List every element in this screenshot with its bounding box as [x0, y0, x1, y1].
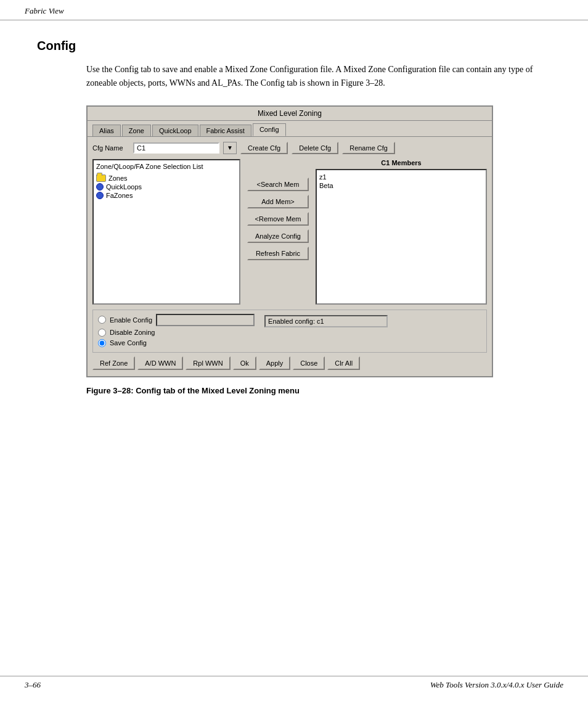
dialog-title: Mixed Level Zoning — [88, 107, 492, 121]
footer-left: 3–66 — [25, 680, 41, 690]
ref-zone-button[interactable]: Ref Zone — [92, 356, 135, 370]
cfg-name-label: Cfg Name — [92, 144, 129, 152]
tabs-row: Alias Zone QuickLoop Fabric Assist Confi… — [88, 121, 492, 136]
middle-panel: <Search Mem Add Mem> <Remove Mem Analyze… — [244, 159, 312, 305]
enable-config-radio[interactable] — [98, 316, 106, 324]
disable-zoning-radio[interactable] — [98, 329, 106, 337]
footer-right: Web Tools Version 3.0.x/4.0.x User Guide — [430, 680, 563, 690]
zones-label: Zones — [108, 174, 128, 182]
members-list[interactable]: z1 Beta — [316, 169, 487, 305]
cfg-name-row: Cfg Name ▼ Create Cfg Delete Cfg Rename … — [92, 142, 487, 154]
remove-mem-button[interactable]: <Remove Mem — [247, 212, 309, 226]
create-cfg-button[interactable]: Create Cfg — [240, 142, 288, 154]
tab-alias[interactable]: Alias — [92, 125, 121, 136]
tree-item-zones[interactable]: Zones — [96, 174, 237, 183]
quickloops-label: QuickLoops — [106, 183, 142, 191]
save-config-row: Save Config — [98, 339, 255, 347]
add-mem-button[interactable]: Add Mem> — [247, 195, 309, 208]
quickloops-circle-icon — [96, 183, 104, 191]
left-panel: Zone/QLoop/FA Zone Selection List Zones … — [92, 159, 240, 305]
main-content: Config Use the Config tab to save and en… — [0, 20, 588, 420]
page-header: Fabric View — [0, 0, 588, 20]
save-config-label: Save Config — [110, 339, 147, 347]
folder-icon — [96, 174, 106, 182]
left-panel-title: Zone/QLoop/FA Zone Selection List — [96, 163, 237, 170]
analyze-config-button[interactable]: Analyze Config — [247, 229, 309, 243]
tab-config[interactable]: Config — [253, 123, 286, 136]
footer-buttons: Ref Zone A/D WWN Rpl WWN Ok Apply Close — [92, 356, 487, 371]
ok-button[interactable]: Ok — [233, 356, 256, 370]
enable-config-row: Enable Config — [98, 314, 255, 326]
dialog-body: Cfg Name ▼ Create Cfg Delete Cfg Rename … — [88, 136, 492, 376]
delete-cfg-button[interactable]: Delete Cfg — [292, 142, 338, 154]
member-item-beta[interactable]: Beta — [319, 181, 483, 190]
fazones-circle-icon — [96, 192, 104, 199]
search-mem-button[interactable]: <Search Mem — [247, 178, 309, 191]
section-description: Use the Config tab to save and enable a … — [86, 63, 551, 91]
figure-caption: Figure 3–28: Config tab of the Mixed Lev… — [86, 386, 551, 395]
enabled-config-input[interactable] — [156, 314, 255, 326]
enabled-config-display[interactable] — [264, 315, 388, 327]
ad-wwn-button[interactable]: A/D WWN — [137, 356, 183, 370]
apply-button[interactable]: Apply — [259, 356, 291, 370]
cfg-name-input[interactable] — [133, 142, 219, 154]
tab-zone[interactable]: Zone — [122, 125, 151, 136]
tab-fabric-assist[interactable]: Fabric Assist — [200, 125, 251, 136]
save-config-radio[interactable] — [98, 339, 106, 347]
refresh-fabric-button[interactable]: Refresh Fabric — [247, 247, 309, 260]
tab-quickloop[interactable]: QuickLoop — [152, 125, 198, 136]
close-button[interactable]: Close — [293, 356, 325, 370]
disable-zoning-row: Disable Zoning — [98, 329, 255, 337]
tree-item-fazones[interactable]: FaZones — [96, 191, 237, 200]
section-title: Config — [37, 39, 551, 53]
enable-config-label: Enable Config — [110, 316, 152, 324]
panels-area: Zone/QLoop/FA Zone Selection List Zones … — [92, 159, 487, 305]
tree-item-quickloops[interactable]: QuickLoops — [96, 183, 237, 191]
fazones-label: FaZones — [106, 192, 133, 199]
page-footer: 3–66 Web Tools Version 3.0.x/4.0.x User … — [0, 676, 588, 694]
clr-all-button[interactable]: Clr All — [327, 356, 360, 370]
header-text: Fabric View — [25, 6, 64, 15]
cfg-name-dropdown[interactable]: ▼ — [223, 142, 237, 154]
member-item-z1[interactable]: z1 — [319, 173, 483, 181]
disable-zoning-label: Disable Zoning — [110, 329, 155, 336]
rename-cfg-button[interactable]: Rename Cfg — [342, 142, 395, 154]
dialog-window: Mixed Level Zoning Alias Zone QuickLoop … — [86, 105, 493, 377]
bottom-controls: Enable Config Disable Zoning Save Config — [92, 310, 487, 353]
right-panel-title: C1 Members — [316, 159, 487, 166]
right-panel: C1 Members z1 Beta — [316, 159, 487, 305]
rpl-wwn-button[interactable]: Rpl WWN — [186, 356, 230, 370]
